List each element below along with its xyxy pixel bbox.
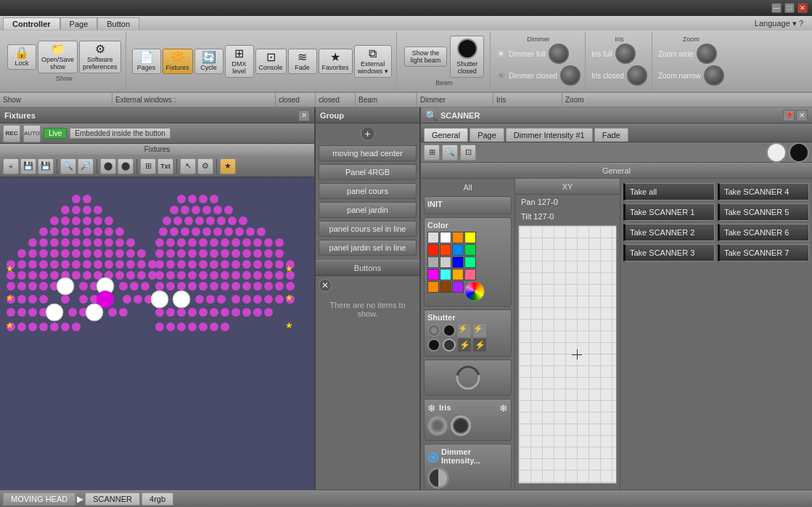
fix-tb-txt[interactable]: Txt — [157, 158, 173, 174]
group-item-5[interactable]: panel jardin sel in line — [319, 240, 417, 256]
status-tab-4rgb[interactable]: 4rgb — [142, 492, 173, 506]
color-cell-18[interactable] — [452, 281, 464, 293]
add-group-button[interactable]: + — [361, 126, 375, 141]
iris-circle-1[interactable] — [427, 415, 448, 436]
sc-circle-black[interactable] — [789, 142, 809, 163]
color-cell-14[interactable] — [452, 269, 464, 280]
language-selector[interactable]: Language ▾ ? — [755, 19, 809, 28]
color-cell-2[interactable] — [452, 232, 464, 243]
color-cell-7[interactable] — [464, 244, 476, 256]
shutter-dot-1[interactable] — [427, 338, 440, 352]
color-cell-17[interactable] — [440, 281, 451, 293]
cycle-button[interactable]: 🔄 Cycle — [194, 49, 223, 74]
sc-tb-list[interactable]: ⊡ — [460, 145, 476, 161]
menu-tab-button[interactable]: Button — [97, 17, 139, 30]
zoom-narrow-dial[interactable] — [704, 65, 724, 86]
show-light-beam-button[interactable]: Show the light beam — [404, 46, 448, 67]
take-scanner-6-button[interactable]: Take SCANNER 6 — [718, 224, 809, 241]
group-item-4[interactable]: panel cours sel in line — [319, 221, 417, 237]
group-item-2[interactable]: panel cours — [319, 183, 417, 199]
dmx-button[interactable]: ⊞ DMX level — [225, 45, 254, 78]
color-cell-8[interactable] — [427, 256, 439, 268]
iris-full-dial[interactable] — [615, 44, 636, 64]
color-cell-6[interactable] — [452, 244, 464, 256]
fix-tb-dots2[interactable]: ⬤ — [118, 158, 134, 174]
status-tab-moving-head[interactable]: MOVING HEAD — [3, 492, 75, 506]
color-cell-4[interactable] — [427, 244, 439, 256]
color-cell-3[interactable] — [464, 232, 476, 243]
color-cell-5[interactable] — [440, 244, 451, 256]
take-scanner-1-button[interactable]: Take SCANNER 1 — [623, 203, 715, 221]
take-scanner-4-button[interactable]: Take SCANNER 4 — [718, 183, 809, 200]
favorites-button[interactable]: ★ Favorites — [319, 49, 353, 74]
external-windows-button[interactable]: ⧉ External windows ▾ — [354, 45, 392, 78]
color-cell-15[interactable] — [464, 269, 476, 280]
dimmer-full-dial[interactable] — [549, 44, 569, 64]
sc-tb-search[interactable]: 🔍 — [442, 145, 458, 161]
take-scanner-2-button[interactable]: Take SCANNER 2 — [623, 224, 715, 241]
pages-button[interactable]: 📄 Pages — [132, 49, 161, 74]
xy-grid[interactable] — [518, 225, 617, 484]
color-cell-12[interactable] — [427, 269, 439, 280]
color-cell-0[interactable] — [427, 232, 439, 243]
software-preferences-button[interactable]: ⚙ Software preferences — [79, 41, 121, 73]
take-all-button[interactable]: Take all — [623, 183, 715, 200]
fix-tb-settings[interactable]: ⚙ — [197, 158, 213, 174]
menu-tab-page[interactable]: Page — [60, 17, 98, 30]
fix-tb-save2[interactable]: 💾 — [38, 158, 54, 174]
color-cell-16[interactable] — [427, 281, 439, 293]
shutter-closed-button[interactable]: Shutter closed — [450, 36, 484, 78]
status-tab-scanner[interactable]: SCANNER — [85, 492, 140, 506]
take-scanner-7-button[interactable]: Take SCANNER 7 — [718, 244, 809, 261]
scanner-tab-fade[interactable]: Fade — [594, 128, 628, 142]
group-item-3[interactable]: panel jardin — [319, 202, 417, 218]
color-cell-13[interactable] — [440, 269, 451, 280]
take-scanner-5-button[interactable]: Take SCANNER 5 — [718, 203, 809, 221]
fix-tb-select[interactable]: ↖ — [180, 158, 196, 174]
shutter-icon-2[interactable] — [443, 324, 456, 337]
menu-tab-controller[interactable]: Controller — [3, 17, 60, 30]
lock-button[interactable]: 🔒 Lock — [7, 44, 36, 70]
fix-tb-dots1[interactable]: ⬤ — [100, 158, 116, 174]
dimmer-dial[interactable] — [427, 467, 449, 489]
scanner-pin-button[interactable]: 📌 — [783, 110, 795, 121]
fix-tb-star[interactable]: ★ — [220, 158, 236, 174]
minimize-button[interactable]: — — [771, 3, 782, 13]
color-cell-9[interactable] — [440, 256, 451, 268]
fixtures-canvas[interactable]: ★ ★ ★ ★ ★ ★ — [0, 177, 314, 507]
scanner-tab-page[interactable]: Page — [469, 128, 504, 142]
group-item-0[interactable]: moving head center — [319, 145, 417, 161]
color-cell-1[interactable] — [440, 232, 451, 243]
scanner-tab-general[interactable]: General — [424, 128, 468, 142]
iris-circle-2[interactable] — [451, 415, 471, 436]
take-scanner-3-button[interactable]: Take SCANNER 3 — [623, 244, 715, 261]
fix-tb-zoom-out[interactable]: 🔎 — [78, 158, 94, 174]
shutter-dot-2[interactable] — [443, 338, 456, 352]
fix-tb-zoom-in[interactable]: 🔍 — [60, 158, 76, 174]
scanner-tab-dimmer[interactable]: Dimmer Intensity #1 — [506, 128, 593, 142]
fix-tb-save[interactable]: 💾 — [20, 158, 36, 174]
color-cell-11[interactable] — [464, 256, 476, 268]
dimmer-closed-dial[interactable] — [560, 65, 581, 86]
shutter-flash-1[interactable]: ⚡ — [458, 338, 471, 352]
fixtures-close-button[interactable]: ✕ — [298, 110, 310, 121]
shutter-icon-3[interactable]: ⚡ — [458, 324, 471, 337]
fix-tb-grid[interactable]: ⊞ — [140, 158, 156, 174]
shutter-icon-1[interactable] — [427, 324, 440, 337]
color-wheel-icon[interactable] — [464, 281, 485, 301]
color-cell-10[interactable] — [452, 256, 464, 268]
open-save-show-button[interactable]: 📁 Open/Save show — [38, 41, 78, 73]
buttons-close-btn[interactable]: ✕ — [319, 279, 332, 292]
auto-button[interactable]: AUTO — [23, 125, 41, 142]
shutter-flash-2[interactable]: ⚡ — [473, 338, 486, 352]
iris-closed-dial[interactable] — [627, 65, 647, 86]
fixtures-button[interactable]: 🔆 Fixtures — [163, 49, 193, 74]
fix-tb-new[interactable]: + — [3, 158, 19, 174]
maximize-button[interactable]: □ — [784, 3, 795, 13]
close-button[interactable]: ✕ — [797, 3, 808, 13]
shutter-icon-4[interactable]: ⚡ — [473, 324, 486, 337]
group-item-1[interactable]: Panel 4RGB — [319, 164, 417, 180]
scanner-close-button[interactable]: ✕ — [796, 110, 808, 121]
rec-button[interactable]: REC — [3, 125, 20, 142]
console-button[interactable]: ⊡ Console — [255, 49, 287, 74]
